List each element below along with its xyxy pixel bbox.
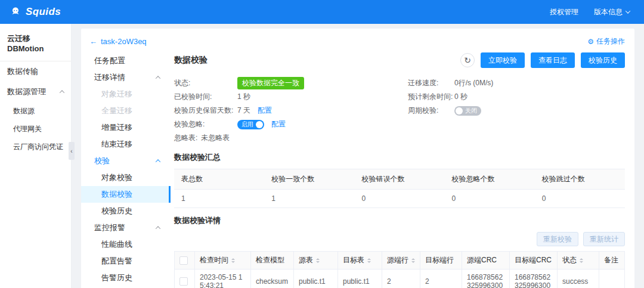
chevron-up-icon xyxy=(156,159,160,164)
main-area: ← task-2oW3eq ⚙ 任务操作 任务配置 迁移详情 xyxy=(72,24,644,288)
submenu-item-alert-config[interactable]: 配置告警 xyxy=(81,253,171,270)
ignore-label: 校验忽略: xyxy=(174,119,237,129)
details-table: 检查时间 检查模型 源表 xyxy=(174,251,625,288)
submenu-item-object-verification[interactable]: 对象校验 xyxy=(81,169,171,186)
submenu-group-migration-details[interactable]: 迁移详情 xyxy=(81,69,171,86)
migration-speed-value: 0行/s (0M/s) xyxy=(454,78,493,88)
details-header-target-crc: 目标端CRC xyxy=(510,252,558,270)
status-label: 状态: xyxy=(174,78,237,88)
verified-time-value: 1 秒 xyxy=(237,92,250,102)
submenu-item-data-verification[interactable]: 数据校验 xyxy=(81,186,171,203)
task-operations-link[interactable]: ⚙ 任务操作 xyxy=(587,36,625,47)
sidebar-title: 云迁移 DBMotion xyxy=(0,24,71,61)
cell-target-crc: 166878562325996300 xyxy=(510,270,558,288)
status-badge: 校验数据完全一致 xyxy=(237,77,304,89)
submenu-item-verification-history[interactable]: 校验历史 xyxy=(81,203,171,219)
submenu-item-incremental-migration[interactable]: 增量迁移 xyxy=(81,119,171,136)
cell-target-rows: 2 xyxy=(420,270,462,288)
summary-header-ignored: 校验忽略个数 xyxy=(445,169,535,190)
submenu-item-performance-curve[interactable]: 性能曲线 xyxy=(81,236,171,253)
submenu-group-verification[interactable]: 校验 xyxy=(81,153,171,169)
verify-now-button[interactable]: 立即校验 xyxy=(481,52,525,68)
verified-time-label: 已校验时间: xyxy=(174,92,237,102)
select-all-checkbox[interactable] xyxy=(179,256,188,265)
details-header-target-table[interactable]: 目标表 xyxy=(338,252,382,270)
sidebar: 云迁移 DBMotion 数据传输 数据源管理 数据源 代理网关 云厂商访问凭证… xyxy=(0,24,72,288)
version-info-link[interactable]: 版本信息 xyxy=(594,7,630,17)
ignore-table-label: 忽略表: xyxy=(174,133,197,143)
summary-section-title: 数据校验汇总 xyxy=(174,152,625,163)
ignore-toggle[interactable]: 启用 xyxy=(237,120,264,129)
details-header-source-rows[interactable]: 源端行 xyxy=(382,252,420,270)
task-submenu: 任务配置 迁移详情 对象迁移 全量迁移 增量迁移 xyxy=(81,51,171,288)
refresh-button[interactable]: ↻ xyxy=(460,53,475,67)
summary-header-row: 表总数 校验一致个数 校验错误个数 校验忽略个数 校验跳过个数 xyxy=(174,169,625,190)
cell-check-time: 2023-05-15 15:43:21 xyxy=(195,270,251,288)
sort-icons[interactable] xyxy=(580,256,583,265)
sort-icons[interactable] xyxy=(367,256,371,265)
cell-status: success xyxy=(558,270,599,288)
summary-data-row: 1 1 0 0 0 xyxy=(174,190,625,208)
chevron-up-icon xyxy=(156,76,160,80)
retention-config-link[interactable]: 配置 xyxy=(258,106,272,116)
sort-icons[interactable] xyxy=(316,256,320,265)
recheck-button[interactable]: 重新校验 xyxy=(537,232,578,246)
details-header-source-table[interactable]: 源表 xyxy=(294,252,338,270)
sidebar-item-datasource[interactable]: 数据源 xyxy=(0,102,71,120)
cell-source-table: public.t1 xyxy=(294,270,338,288)
chevron-up-icon xyxy=(60,90,64,95)
migration-speed-label: 迁移速度: xyxy=(408,78,454,88)
sort-icons[interactable] xyxy=(411,256,415,265)
sidebar-collapse-handle[interactable]: ‹ xyxy=(69,142,75,160)
summary-header-skipped: 校验跳过个数 xyxy=(535,169,625,190)
cell-remark xyxy=(599,270,625,288)
sidebar-item-data-transfer[interactable]: 数据传输 xyxy=(0,61,71,82)
details-section-title: 数据校验详情 xyxy=(174,215,625,226)
submenu-item-object-migration: 对象迁移 xyxy=(81,86,171,103)
summary-table: 表总数 校验一致个数 校验错误个数 校验忽略个数 校验跳过个数 1 1 xyxy=(174,169,625,208)
ignore-table-value: 未忽略表 xyxy=(201,133,230,143)
submenu-group-monitoring-alerts[interactable]: 监控报警 xyxy=(81,219,171,236)
summary-header-total-tables: 表总数 xyxy=(174,169,264,190)
remaining-time-label: 预计剩余时间: xyxy=(408,92,454,102)
verify-history-button[interactable]: 校验历史 xyxy=(581,52,625,68)
task-card: ← task-2oW3eq ⚙ 任务操作 任务配置 迁移详情 xyxy=(81,29,634,288)
remaining-time-value: 0 秒 xyxy=(454,92,467,102)
verification-info: 状态: 校验数据完全一致 已校验时间: 1 秒 校验历史保留天数: 7 天 配置 xyxy=(174,76,625,145)
submenu-item-alert-history[interactable]: 告警历史 xyxy=(81,270,171,286)
summary-total-tables: 1 xyxy=(174,190,264,208)
page-title: 数据校验 xyxy=(174,55,208,66)
details-header-row: 检查时间 检查模型 源表 xyxy=(175,252,625,270)
retention-label: 校验历史保留天数: xyxy=(174,106,237,116)
back-arrow-icon: ← xyxy=(89,37,97,46)
periodic-verify-toggle[interactable]: 关闭 xyxy=(454,106,481,116)
summary-header-consistent: 校验一致个数 xyxy=(264,169,354,190)
auth-management-link[interactable]: 授权管理 xyxy=(550,7,578,17)
submenu-item-task-config[interactable]: 任务配置 xyxy=(81,52,171,69)
summary-consistent: 1 xyxy=(264,190,354,208)
sidebar-item-datasource-management[interactable]: 数据源管理 xyxy=(0,82,71,102)
data-verification-panel: 数据校验 ↻ 立即校验 查看日志 校验历史 xyxy=(171,51,634,288)
details-header-check-model: 检查模型 xyxy=(251,252,294,270)
details-header-remark: 备注 xyxy=(599,252,625,270)
summary-header-errors: 校验错误个数 xyxy=(354,169,444,190)
topbar: Squids 授权管理 版本信息 xyxy=(0,0,644,24)
chevron-up-icon xyxy=(156,226,160,231)
row-checkbox[interactable] xyxy=(179,277,188,286)
recount-button[interactable]: 重新统计 xyxy=(583,232,625,246)
brand-name: Squids xyxy=(26,6,61,18)
sidebar-item-cloud-credentials[interactable]: 云厂商访问凭证 xyxy=(0,138,71,156)
sidebar-item-proxy-gateway[interactable]: 代理网关 xyxy=(0,120,71,138)
details-data-row: 2023-05-15 15:43:21 checksum public.t1 p… xyxy=(175,270,625,288)
details-header-check-time[interactable]: 检查时间 xyxy=(195,252,251,270)
back-to-task-link[interactable]: ← task-2oW3eq xyxy=(89,37,147,46)
view-logs-button[interactable]: 查看日志 xyxy=(531,52,575,68)
ignore-config-link[interactable]: 配置 xyxy=(271,119,286,129)
sort-icons[interactable] xyxy=(231,256,235,265)
details-header-status[interactable]: 状态 xyxy=(558,252,599,270)
submenu-item-end-migration[interactable]: 结束迁移 xyxy=(81,136,171,153)
collapse-icon: ‹ xyxy=(70,148,72,154)
squids-logo-icon xyxy=(10,6,21,18)
periodic-verify-label: 周期校验: xyxy=(408,106,454,116)
cell-source-rows: 2 xyxy=(382,270,420,288)
